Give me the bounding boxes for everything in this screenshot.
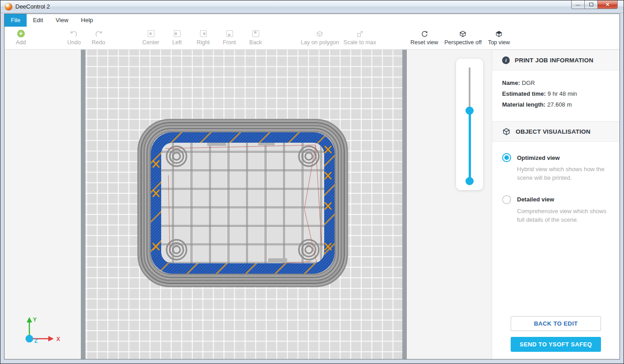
titlebar[interactable]: DeeControl 2 — ✕: [0, 0, 624, 13]
layer-range-slider: [456, 59, 483, 190]
menubar: File Edit View Help: [5, 14, 619, 27]
view-center-icon: [148, 29, 154, 38]
toolbar: + Add Undo Redo Center Le: [5, 27, 619, 50]
toolbar-left-button[interactable]: Left: [167, 29, 187, 46]
action-buttons: BACK TO EDIT SEND TO YSOFT SAFEQ: [511, 316, 601, 352]
print-job-material-row: Material length:27.608 m: [502, 101, 610, 108]
print-job-name-row: Name:DGR: [502, 79, 610, 86]
slider-track-upper[interactable]: [469, 67, 470, 111]
x-axis-label: X: [56, 336, 60, 342]
viewport-3d[interactable]: Y X Z: [5, 50, 492, 359]
toolbar-right-button[interactable]: Right: [193, 29, 213, 46]
cube-icon: [502, 127, 511, 136]
visualisation-section-title: OBJECT VISUALISATION: [516, 128, 591, 135]
radio-optimized-view[interactable]: [502, 153, 511, 162]
z-axis-label: Z: [34, 338, 37, 344]
view-front-icon: [226, 29, 233, 38]
maximize-icon: [589, 3, 593, 6]
slider-handle-lower[interactable]: [466, 177, 474, 185]
option-optimized-view[interactable]: Optimized view Hybrid view which shows h…: [502, 153, 610, 182]
visualisation-options: Optimized view Hybrid view which shows h…: [492, 142, 619, 224]
toolbar-add-button[interactable]: + Add: [11, 29, 31, 46]
toolbar-redo-button[interactable]: Redo: [88, 29, 108, 46]
window-controls: — ✕: [571, 0, 618, 9]
build-plate-right-edge: [402, 50, 407, 359]
axes-indicator: Y X Z: [21, 314, 63, 350]
slider-handle-upper[interactable]: [466, 107, 474, 115]
menu-item-file[interactable]: File: [5, 14, 27, 27]
detailed-view-description: Comprehensive view which shows full deta…: [517, 207, 610, 224]
close-button[interactable]: ✕: [597, 0, 618, 9]
toolbar-undo-button[interactable]: Undo: [64, 29, 84, 46]
window-title: DeeControl 2: [15, 3, 50, 10]
toolbar-reset-view-button[interactable]: Reset view: [410, 29, 438, 46]
back-to-edit-button[interactable]: BACK TO EDIT: [511, 316, 601, 331]
send-to-safeq-button[interactable]: SEND TO YSOFT SAFEQ: [511, 337, 601, 352]
toolbar-center-button[interactable]: Center: [141, 29, 161, 46]
minimize-button[interactable]: —: [571, 0, 585, 9]
app-window: DeeControl 2 — ✕ File Edit View Help + A…: [0, 0, 624, 364]
y-axis-label: Y: [33, 317, 37, 323]
sidebar: i PRINT JOB INFORMATION Name:DGR Estimat…: [492, 50, 619, 359]
print-object-preview: [137, 119, 348, 287]
menu-item-edit[interactable]: Edit: [27, 14, 49, 27]
main-area: Y X Z i PRINT: [5, 50, 619, 359]
print-job-section-header: i PRINT JOB INFORMATION: [492, 50, 619, 70]
optimized-view-description: Hybrid view which shows how the scene wi…: [517, 165, 610, 182]
reset-view-icon: [420, 29, 428, 38]
print-job-time-row: Estimated time:9 hr 48 min: [502, 90, 610, 97]
toolbar-back-button[interactable]: Back: [246, 29, 265, 46]
view-left-icon: [174, 29, 181, 38]
info-icon: i: [502, 56, 510, 64]
window-content: File Edit View Help + Add Undo Redo: [4, 14, 620, 359]
print-job-section-title: PRINT JOB INFORMATION: [515, 57, 593, 64]
redo-arrow-icon: [94, 29, 103, 38]
print-job-info: Name:DGR Estimated time:9 hr 48 min Mate…: [492, 70, 619, 121]
menu-item-help[interactable]: Help: [75, 14, 99, 27]
top-view-cube-icon: [495, 29, 503, 38]
visualisation-section-header: OBJECT VISUALISATION: [492, 121, 619, 142]
toolbar-lay-on-polygon-button[interactable]: Lay on polygon: [301, 29, 339, 46]
perspective-cube-icon: [459, 29, 467, 38]
toolbar-scale-to-max-button[interactable]: Scale to max: [344, 29, 376, 46]
menu-item-view[interactable]: View: [49, 14, 75, 27]
lay-on-polygon-cube-icon: [316, 29, 324, 38]
undo-arrow-icon: [70, 29, 79, 38]
maximize-button[interactable]: [585, 0, 597, 9]
option-detailed-view[interactable]: Detailed view Comprehensive view which s…: [502, 195, 610, 224]
toolbar-top-view-button[interactable]: Top view: [488, 29, 510, 46]
scale-to-max-icon: [356, 29, 364, 38]
radio-detailed-view[interactable]: [502, 195, 511, 204]
toolbar-perspective-button[interactable]: Perspective off: [444, 29, 481, 46]
view-back-icon: [252, 29, 259, 38]
slider-track-selected[interactable]: [469, 111, 471, 181]
app-logo-icon: [5, 3, 12, 10]
toolbar-front-button[interactable]: Front: [219, 29, 239, 46]
view-right-icon: [200, 29, 207, 38]
add-plus-icon: +: [17, 29, 25, 38]
build-plate-left-edge: [81, 50, 85, 359]
